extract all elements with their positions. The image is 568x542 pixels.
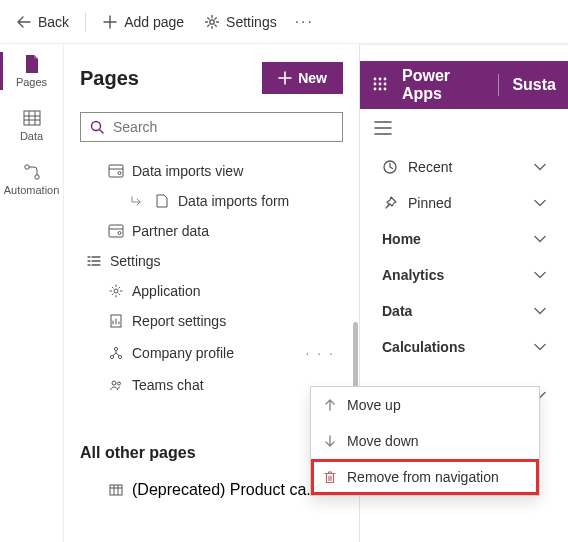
nav-label: Calculations	[382, 339, 465, 355]
svg-point-20	[374, 83, 377, 86]
tree-item-report-settings[interactable]: Report settings	[80, 306, 343, 336]
tree-item-teams-chat[interactable]: Teams chat	[80, 370, 343, 400]
tree-item-application[interactable]: Application	[80, 276, 343, 306]
rail-pages-label: Pages	[16, 76, 47, 88]
rail-pages[interactable]: Pages	[0, 48, 63, 94]
nav-recent[interactable]: Recent	[374, 149, 554, 185]
chevron-down-icon	[534, 307, 546, 315]
svg-point-2	[24, 165, 28, 169]
plus-icon	[102, 14, 118, 30]
svg-point-13	[118, 355, 121, 358]
ctx-remove-from-navigation[interactable]: Remove from navigation	[311, 459, 539, 495]
gear-icon	[108, 283, 124, 299]
svg-point-9	[114, 289, 118, 293]
top-toolbar: Back Add page Settings ···	[0, 0, 568, 44]
tree-label: Partner data	[132, 223, 209, 239]
app-header: Power Apps Susta	[360, 61, 568, 109]
chevron-down-icon	[534, 235, 546, 243]
tree-item-data-imports-view[interactable]: Data imports view	[80, 156, 343, 186]
report-icon	[108, 313, 124, 329]
left-rail: Pages Data Automation	[0, 44, 64, 542]
pages-panel-title: Pages	[80, 67, 139, 90]
table-icon	[22, 108, 42, 128]
tree-label: Report settings	[132, 313, 226, 329]
nav-data[interactable]: Data	[374, 293, 554, 329]
ctx-move-up[interactable]: Move up	[311, 387, 539, 423]
search-input[interactable]	[113, 119, 334, 135]
nav-label: Home	[382, 231, 421, 247]
nav-pinned[interactable]: Pinned	[374, 185, 554, 221]
tree-item-partner-data[interactable]: Partner data	[80, 216, 343, 246]
svg-rect-5	[109, 165, 123, 177]
ctx-move-down[interactable]: Move down	[311, 423, 539, 459]
clock-icon	[382, 159, 398, 175]
pin-icon	[382, 195, 398, 211]
chevron-down-icon	[534, 199, 546, 207]
ctx-label: Move down	[347, 433, 419, 449]
settings-button[interactable]: Settings	[196, 8, 285, 36]
nav-home[interactable]: Home	[374, 221, 554, 257]
svg-point-25	[384, 88, 387, 91]
search-box[interactable]	[80, 112, 343, 142]
tree-label: Application	[132, 283, 201, 299]
trash-icon	[323, 470, 337, 484]
tree-item-company-profile[interactable]: Company profile · · ·	[80, 336, 343, 370]
chevron-down-icon	[534, 271, 546, 279]
svg-point-14	[112, 381, 116, 385]
form-icon	[154, 193, 170, 209]
rail-data-label: Data	[20, 130, 43, 142]
view-icon	[108, 223, 124, 239]
svg-point-24	[379, 88, 382, 91]
new-page-button[interactable]: New	[262, 62, 343, 94]
nav-label: Pinned	[408, 195, 452, 211]
svg-point-3	[34, 175, 38, 179]
add-page-button[interactable]: Add page	[94, 8, 192, 36]
svg-point-12	[110, 355, 113, 358]
nav-label: Analytics	[382, 267, 444, 283]
app-brand: Power Apps	[402, 67, 484, 103]
arrow-left-icon	[16, 14, 32, 30]
list-icon	[86, 253, 102, 269]
tree-group-settings[interactable]: Settings	[80, 246, 343, 276]
svg-point-0	[210, 19, 214, 23]
tree-label: Company profile	[132, 345, 234, 361]
svg-point-11	[114, 347, 117, 350]
ctx-label: Move up	[347, 397, 401, 413]
nav-analytics[interactable]: Analytics	[374, 257, 554, 293]
arrow-down-icon	[323, 434, 337, 448]
app-nav: Recent Pinned Home Analytics Data	[360, 109, 568, 421]
arrow-up-icon	[323, 398, 337, 412]
gear-icon	[204, 14, 220, 30]
tree-label: (Deprecated) Product ca...	[132, 481, 320, 499]
svg-point-17	[374, 78, 377, 81]
tree-item-deprecated-product[interactable]: (Deprecated) Product ca...	[80, 474, 343, 506]
nav-label: Data	[382, 303, 412, 319]
rail-automation[interactable]: Automation	[0, 156, 63, 202]
more-button[interactable]: ···	[289, 7, 320, 37]
nav-calculations[interactable]: Calculations	[374, 329, 554, 365]
app-name: Susta	[512, 76, 556, 94]
waffle-icon[interactable]	[372, 76, 388, 94]
chevron-down-icon	[534, 163, 546, 171]
chevron-down-icon	[534, 343, 546, 351]
context-menu: Move up Move down Remove from navigation	[310, 386, 540, 496]
subitem-icon	[130, 193, 146, 209]
new-button-label: New	[298, 70, 327, 86]
tree-label: Teams chat	[132, 377, 204, 393]
svg-point-23	[374, 88, 377, 91]
teams-icon	[108, 377, 124, 393]
svg-point-6	[118, 172, 121, 175]
svg-point-19	[384, 78, 387, 81]
svg-point-8	[118, 232, 121, 235]
nav-label: Recent	[408, 159, 452, 175]
table-icon	[108, 482, 124, 498]
tree-label: Settings	[110, 253, 161, 269]
hamburger-icon[interactable]	[374, 121, 394, 135]
plus-icon	[278, 71, 292, 85]
tree-item-data-imports-form[interactable]: Data imports form	[80, 186, 343, 216]
back-button[interactable]: Back	[8, 8, 77, 36]
page-icon	[22, 54, 42, 74]
rail-data[interactable]: Data	[0, 102, 63, 148]
view-icon	[108, 163, 124, 179]
row-more-button[interactable]: · · ·	[302, 343, 339, 363]
